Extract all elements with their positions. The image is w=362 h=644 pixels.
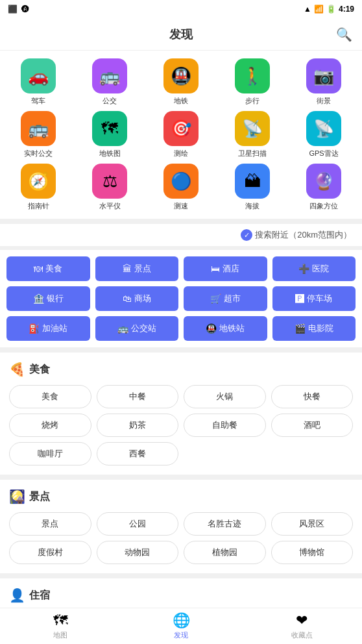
cat-btn-gas[interactable]: ⛽加油站 xyxy=(6,316,90,341)
icon-item-compass[interactable]: 🧭 指南针 xyxy=(5,164,71,211)
tag-btn-博物馆[interactable]: 博物馆 xyxy=(271,541,354,564)
tag-btn-动物园[interactable]: 动物园 xyxy=(97,541,179,564)
nav-icon-map: 🗺 xyxy=(53,612,67,629)
icon-circle-altitude: 🏔 xyxy=(235,164,270,199)
icon-item-walk[interactable]: 🚶 步行 xyxy=(219,58,285,106)
nav-item-map[interactable]: 🗺 地图 xyxy=(0,612,121,640)
tag-btn-咖啡厅[interactable]: 咖啡厅 xyxy=(9,442,91,465)
scroll-content: 🚗 驾车 🚌 公交 🚇 地铁 🚶 步行 📷 街景 🚌 实时公交 🗺 地铁图 xyxy=(0,51,362,608)
icon-circle-position: 🔮 xyxy=(306,164,341,199)
realtime-bus-icon: 🚌 xyxy=(28,119,49,139)
header: 发现 🔍 xyxy=(0,18,362,51)
section-header-accommodation: 👤 住宿 xyxy=(9,588,353,603)
page-title: 发现 xyxy=(169,27,193,42)
nav-item-discover[interactable]: 🌐 发现 xyxy=(121,612,241,640)
tag-btn-景点[interactable]: 景点 xyxy=(9,512,91,536)
icon-circle-metro: 🚇 xyxy=(163,58,199,93)
icon-circle-drive: 🚗 xyxy=(21,58,56,93)
drive-icon: 🚗 xyxy=(28,66,49,86)
icon-item-bus[interactable]: 🚌 公交 xyxy=(77,58,143,106)
time-display: 4:19 xyxy=(339,5,354,14)
section-title-scenic: 景点 xyxy=(29,490,50,504)
tag-btn-酒吧[interactable]: 酒吧 xyxy=(271,414,354,437)
icon-item-realtime-bus[interactable]: 🚌 实时公交 xyxy=(5,111,71,158)
sections-container: 🍕 美食 美食中餐火锅快餐烧烤奶茶自助餐酒吧咖啡厅西餐 🎑 景点 景点公园名胜古… xyxy=(0,353,362,608)
cat-btn-scenic[interactable]: 🏛景点 xyxy=(95,256,179,281)
cat-btn-busstation[interactable]: 🚌公交站 xyxy=(95,316,179,341)
hospital-icon: ➕ xyxy=(298,264,309,274)
compass-icon: 🧭 xyxy=(28,171,49,192)
battery-icon: 🔋 xyxy=(326,5,336,14)
bus-icon: 🚌 xyxy=(99,66,120,86)
cat-btn-supermarket[interactable]: 🛒超市 xyxy=(184,286,267,311)
icon-circle-metro-map: 🗺 xyxy=(92,111,127,146)
icon-item-speed[interactable]: 🔵 测速 xyxy=(148,164,214,211)
icon-item-satellite[interactable]: 📡 卫星扫描 xyxy=(219,111,285,158)
icon-circle-street: 📷 xyxy=(306,58,341,93)
tag-btn-烧烤[interactable]: 烧烤 xyxy=(9,414,91,437)
cat-btn-food[interactable]: 🍽美食 xyxy=(6,256,90,281)
icon-circle-level: ⚖ xyxy=(92,164,127,199)
icon-label-street: 街景 xyxy=(317,96,331,106)
nav-item-favorites[interactable]: ❤ 收藏点 xyxy=(241,612,362,640)
icon-item-survey[interactable]: 🎯 测绘 xyxy=(148,111,214,158)
cat-btn-bank[interactable]: 🏦银行 xyxy=(6,286,90,311)
nav-label-favorites: 收藏点 xyxy=(291,630,313,640)
tag-btn-美食[interactable]: 美食 xyxy=(9,385,91,408)
icon-item-drive[interactable]: 🚗 驾车 xyxy=(5,58,71,106)
cat-label-mall: 商场 xyxy=(134,293,151,304)
tag-btn-度假村[interactable]: 度假村 xyxy=(9,541,91,564)
mall-icon: 🛍 xyxy=(123,293,132,304)
icon-item-altitude[interactable]: 🏔 海拔 xyxy=(219,164,285,211)
cat-btn-cinema[interactable]: 🎬电影院 xyxy=(272,316,356,341)
cat-label-cinema: 电影院 xyxy=(308,323,333,334)
icon-circle-survey: 🎯 xyxy=(163,111,199,146)
tag-btn-自助餐[interactable]: 自助餐 xyxy=(184,414,266,437)
tag-btn-风景区[interactable]: 风景区 xyxy=(271,512,354,536)
tag-btn-名胜古迹[interactable]: 名胜古迹 xyxy=(184,512,266,536)
icon-circle-walk: 🚶 xyxy=(235,58,270,93)
cat-btn-mall[interactable]: 🛍商场 xyxy=(95,286,179,311)
speed-icon: 🔵 xyxy=(171,171,191,192)
icon-item-metro[interactable]: 🚇 地铁 xyxy=(148,58,214,106)
tag-btn-公园[interactable]: 公园 xyxy=(97,512,179,536)
icon-label-satellite: 卫星扫描 xyxy=(238,149,267,158)
icons-section: 🚗 驾车 🚌 公交 🚇 地铁 🚶 步行 📷 街景 🚌 实时公交 🗺 地铁图 xyxy=(0,51,362,219)
nearby-bar: ✓ 搜索附近（20km范围内） xyxy=(0,224,362,246)
tag-btn-奶茶[interactable]: 奶茶 xyxy=(97,414,179,437)
metro-map-icon: 🗺 xyxy=(101,119,118,139)
cat-btn-metrostation[interactable]: 🚇地铁站 xyxy=(184,316,267,341)
nav-icon-favorites: ❤ xyxy=(296,612,308,629)
cat-btn-parking[interactable]: 🅿停车场 xyxy=(272,286,356,311)
tag-btn-火锅[interactable]: 火锅 xyxy=(184,385,266,408)
icon-circle-gps: 📡 xyxy=(306,111,341,146)
icon-circle-realtime-bus: 🚌 xyxy=(21,111,56,146)
nav-label-map: 地图 xyxy=(53,630,67,640)
icon-item-gps[interactable]: 📡 GPS雷达 xyxy=(291,111,357,158)
cat-label-gas: 加油站 xyxy=(42,323,67,334)
section-header-food: 🍕 美食 xyxy=(9,362,353,377)
cat-label-food: 美食 xyxy=(45,263,62,275)
icon-item-metro-map[interactable]: 🗺 地铁图 xyxy=(77,111,143,158)
search-button[interactable]: 🔍 xyxy=(336,27,352,42)
icon-item-street[interactable]: 📷 街景 xyxy=(291,58,357,106)
cat-label-hospital: 医院 xyxy=(312,263,329,275)
cat-label-supermarket: 超市 xyxy=(224,293,241,304)
icons-grid: 🚗 驾车 🚌 公交 🚇 地铁 🚶 步行 📷 街景 🚌 实时公交 🗺 地铁图 xyxy=(5,58,357,211)
status-icon-1: ⬛ xyxy=(8,5,18,14)
tag-btn-西餐[interactable]: 西餐 xyxy=(97,442,179,465)
walk-icon: 🚶 xyxy=(242,66,263,86)
food-icon: 🍽 xyxy=(34,264,43,274)
cat-label-hotel: 酒店 xyxy=(223,263,239,275)
status-right: ▲ 📶 🔋 4:19 xyxy=(304,5,354,14)
cat-btn-hospital[interactable]: ➕医院 xyxy=(272,256,356,281)
cat-label-metrostation: 地铁站 xyxy=(219,323,245,334)
icon-item-level[interactable]: ⚖ 水平仪 xyxy=(77,164,143,211)
cinema-icon: 🎬 xyxy=(295,323,306,334)
tag-btn-快餐[interactable]: 快餐 xyxy=(271,385,354,408)
tag-btn-植物园[interactable]: 植物园 xyxy=(184,541,266,564)
cat-btn-hotel[interactable]: 🛏酒店 xyxy=(184,256,267,281)
tag-btn-中餐[interactable]: 中餐 xyxy=(97,385,179,408)
supermarket-icon: 🛒 xyxy=(210,293,221,304)
icon-item-position[interactable]: 🔮 四象方位 xyxy=(291,164,357,211)
